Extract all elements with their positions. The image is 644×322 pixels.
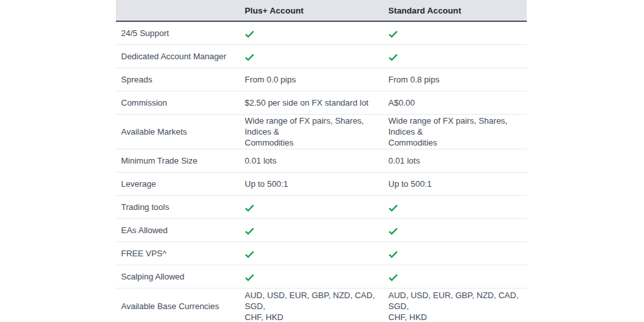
plus-account-value [245, 28, 388, 39]
feature-label: Spreads [116, 74, 245, 85]
feature-label: Commission [116, 97, 245, 108]
plus-account-value: From 0.0 pips [245, 74, 388, 85]
plus-account-value [245, 248, 388, 259]
check-icon [388, 227, 398, 235]
feature-label: Minimum Trade Size [116, 155, 245, 166]
plus-account-value [245, 225, 388, 236]
table-row: FREE VPS^ [116, 242, 527, 265]
standard-account-value [388, 202, 527, 213]
feature-label: Scalping Allowed [116, 271, 245, 282]
check-icon [245, 53, 254, 61]
feature-label: EAs Allowed [116, 225, 245, 236]
plus-account-value: $2.50 per side on FX standard lot [245, 97, 388, 108]
feature-label: Dedicated Account Manager [116, 51, 245, 62]
feature-label: FREE VPS^ [116, 248, 245, 259]
table-row: Leverage Up to 500:1 Up to 500:1 [116, 173, 527, 196]
standard-account-value [388, 248, 527, 259]
check-icon [245, 274, 254, 281]
standard-account-value: AUD, USD, EUR, GBP, NZD, CAD, SGD, CHF, … [388, 290, 527, 322]
plus-account-value: Wide range of FX pairs, Shares, Indices … [245, 115, 388, 148]
standard-account-value [388, 271, 527, 282]
standard-account-value: A$0.00 [388, 97, 527, 108]
check-icon [388, 53, 398, 61]
standard-account-value [388, 51, 527, 62]
table-row: Available Markets Wide range of FX pairs… [116, 115, 527, 149]
check-icon [388, 204, 398, 212]
check-icon [245, 30, 254, 38]
feature-label: Available Markets [116, 126, 245, 137]
check-icon [245, 227, 254, 235]
table-row: Commission $2.50 per side on FX standard… [116, 91, 527, 115]
table-row: Available Base Currencies AUD, USD, EUR,… [116, 289, 527, 322]
standard-account-value: From 0.8 pips [388, 74, 527, 85]
check-icon [388, 274, 398, 281]
feature-label: Available Base Currencies [116, 301, 245, 312]
check-icon [388, 251, 398, 258]
plus-account-value [245, 202, 388, 213]
table-row: 24/5 Support [116, 22, 527, 45]
table-header-row: Plus+ Account Standard Account [116, 0, 527, 22]
check-icon [388, 30, 398, 38]
standard-account-value: Up to 500:1 [388, 178, 527, 189]
standard-account-value [388, 225, 527, 236]
plus-account-value: 0.01 lots [245, 155, 388, 166]
standard-account-value: Wide range of FX pairs, Shares, Indices … [388, 115, 527, 148]
plus-account-value [245, 271, 388, 282]
standard-account-value [388, 28, 527, 39]
table-row: Spreads From 0.0 pips From 0.8 pips [116, 68, 527, 91]
feature-label: 24/5 Support [116, 28, 245, 39]
plus-account-value: AUD, USD, EUR, GBP, NZD, CAD, SGD, CHF, … [245, 290, 388, 322]
standard-account-value: 0.01 lots [388, 155, 527, 166]
plus-account-column-header: Plus+ Account [245, 6, 388, 15]
feature-label: Trading tools [116, 202, 245, 213]
account-comparison-table: Plus+ Account Standard Account 24/5 Supp… [116, 0, 527, 322]
check-icon [245, 251, 254, 258]
table-row: Scalping Allowed [116, 265, 527, 289]
table-row: Trading tools [116, 196, 527, 219]
standard-account-column-header: Standard Account [388, 6, 527, 15]
plus-account-value [245, 51, 388, 62]
check-icon [245, 204, 254, 212]
table-row: Minimum Trade Size 0.01 lots 0.01 lots [116, 149, 527, 173]
feature-label: Leverage [116, 178, 245, 189]
plus-account-value: Up to 500:1 [245, 178, 388, 189]
table-row: Dedicated Account Manager [116, 45, 527, 68]
table-row: EAs Allowed [116, 219, 527, 242]
